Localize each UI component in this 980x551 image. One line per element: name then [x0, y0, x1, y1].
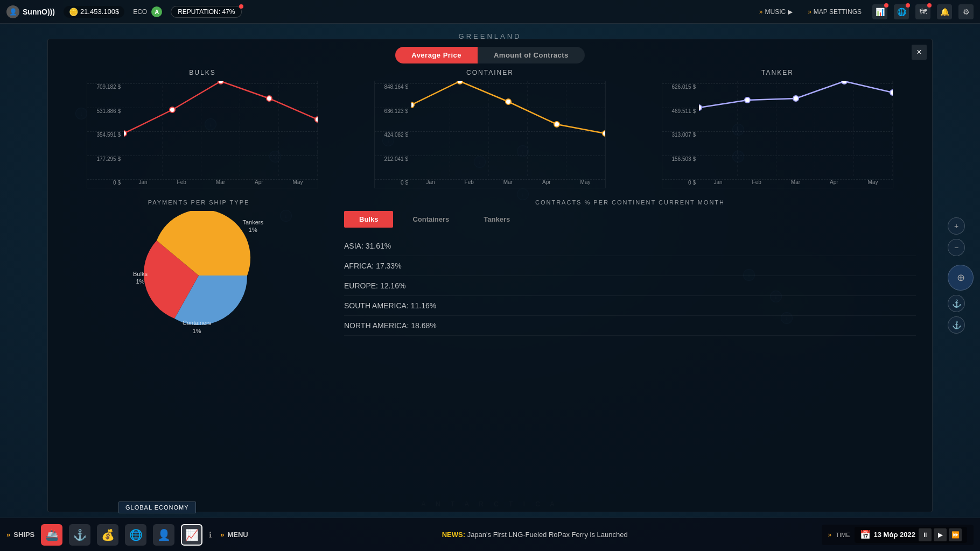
- menu-label: MENU: [227, 531, 248, 539]
- continent-list: ASIA: 31.61% AFRICA: 17.33% EUROPE: 12.1…: [344, 236, 916, 336]
- continent-africa: AFRICA: 17.33%: [344, 256, 916, 276]
- anchor-btn[interactable]: ⚓: [948, 295, 965, 312]
- containers-pie-label: Containers1%: [183, 319, 211, 335]
- news-text: Japan's First LNG-Fueled RoPax Ferry is …: [467, 531, 628, 539]
- modal-tabs: Average Price Amount of Contracts: [48, 39, 932, 63]
- tanker-x-feb: Feb: [752, 179, 761, 185]
- contracts-tab-containers[interactable]: Containers: [397, 211, 464, 228]
- bulks-x-may: May: [293, 179, 303, 185]
- svg-point-18: [793, 96, 799, 101]
- container-x-may: May: [580, 179, 591, 185]
- global-economy-tooltip: GLOBAL ECONOMY: [118, 501, 196, 513]
- container-chart-container: CONTAINER 848.164 $ 636.123 $ 424.082 $ …: [374, 69, 606, 188]
- bell-icon[interactable]: 🔔: [937, 4, 952, 19]
- bottom-row: PAYMENTS PER SHIP TYPE Tankers1% Bulks1%…: [48, 190, 932, 345]
- news-label: NEWS:: [442, 531, 465, 539]
- stats-notification: [884, 3, 888, 8]
- topbar-right-controls: » MUSIC ▶ » MAP SETTINGS 📊 🌐 🗺 🔔 ⚙: [755, 4, 974, 19]
- globe-symbol: 🌐: [897, 8, 906, 16]
- contracts-tab-bulks[interactable]: Bulks: [344, 211, 393, 228]
- tab-average-price[interactable]: Average Price: [395, 47, 478, 63]
- asia-label: ASIA:: [344, 242, 366, 250]
- bulks-x-apr: Apr: [255, 179, 263, 185]
- stats-icon[interactable]: 📊: [872, 4, 887, 19]
- reputation-notification: [239, 4, 243, 9]
- menu-button[interactable]: » MENU: [220, 531, 248, 539]
- continent-south-america: SOUTH AMERICA: 11.16%: [344, 296, 916, 316]
- globe-icon-btn[interactable]: 🌐: [125, 524, 146, 546]
- map-settings-btn[interactable]: » MAP SETTINGS: [803, 6, 866, 18]
- globe-icon[interactable]: 🌐: [894, 4, 909, 19]
- container-y0: 0 $: [375, 180, 411, 186]
- reputation-display: REPUTATION: 47%: [171, 6, 242, 18]
- music-btn[interactable]: » MUSIC ▶: [755, 6, 797, 18]
- tanker-chart-svg: [699, 81, 893, 176]
- south-america-value: 11.16%: [411, 301, 436, 310]
- ships-button[interactable]: » SHIPS: [6, 531, 34, 539]
- layers-icon[interactable]: 🗺: [915, 4, 930, 19]
- svg-point-11: [506, 99, 511, 104]
- bulks-x-jan: Jan: [138, 179, 147, 185]
- modal-close-button[interactable]: ×: [912, 45, 927, 60]
- news-bar: NEWS: Japan's First LNG-Fueled RoPax Fer…: [255, 531, 815, 539]
- bulks-x-labels: Jan Feb Mar Apr May: [124, 176, 318, 188]
- container-y1: 212.041 $: [375, 156, 411, 162]
- europe-value: 12.16%: [380, 281, 405, 290]
- north-america-value: 18.68%: [411, 321, 436, 330]
- tab-amount-contracts[interactable]: Amount of Contracts: [478, 47, 585, 63]
- anchor-icon-btn[interactable]: ⚓: [69, 524, 90, 546]
- tanker-x-mar: Mar: [791, 179, 800, 185]
- bulks-y1: 177.295 $: [87, 156, 124, 162]
- svg-point-16: [699, 105, 702, 110]
- contracts-section: CONTRACTS % PER CONTINENT CURRENT MONTH …: [344, 199, 916, 340]
- zoom-out-btn[interactable]: −: [948, 239, 965, 256]
- svg-point-9: [411, 102, 414, 108]
- contracts-tab-tankers[interactable]: Tankers: [468, 211, 525, 228]
- asia-value: 31.61%: [366, 242, 391, 250]
- ship-icon-btn[interactable]: 🚢: [41, 524, 62, 546]
- svg-point-19: [842, 81, 847, 84]
- container-x-labels: Jan Feb Mar Apr May: [411, 176, 605, 188]
- gear-symbol: ⚙: [963, 8, 970, 16]
- bulks-chart-svg: [124, 81, 318, 176]
- person-icon-btn[interactable]: 👤: [153, 524, 174, 546]
- svg-point-6: [315, 117, 318, 122]
- coin-icon: 🪙: [69, 8, 78, 16]
- map-arrows: »: [808, 8, 811, 16]
- container-x-feb: Feb: [465, 179, 474, 185]
- compass-btn[interactable]: ⊕: [948, 265, 974, 291]
- bulks-y2: 354.591 $: [87, 132, 124, 138]
- pause-btn[interactable]: ⏸: [919, 528, 932, 541]
- money-icon-btn[interactable]: 💰: [97, 524, 118, 546]
- svg-point-10: [457, 81, 463, 84]
- layers-symbol: 🗺: [919, 8, 927, 16]
- time-label: TIME: [836, 532, 850, 538]
- music-label: MUSIC: [765, 8, 786, 16]
- africa-value: 17.33%: [376, 262, 401, 270]
- tanker-chart-container: TANKER 626.015 $ 469.511 $ 313.007 $ 156…: [662, 69, 893, 188]
- anchor2-btn[interactable]: ⚓: [948, 316, 965, 334]
- economy-icon-btn[interactable]: 📈: [181, 524, 202, 546]
- eco-grade-badge: A: [151, 6, 162, 17]
- info-icon[interactable]: ℹ: [209, 531, 212, 539]
- pie-chart-container: Tankers1% Bulks1% Containers1%: [123, 211, 274, 340]
- zoom-in-btn[interactable]: +: [948, 217, 965, 235]
- topbar: 👤 SunnO))) 🪙 21.453.100$ ECO A REPUTATIO…: [0, 0, 980, 24]
- money-value: 21.453.100$: [80, 8, 119, 16]
- tanker-x-jan: Jan: [713, 179, 722, 185]
- ships-arrows: »: [6, 531, 10, 539]
- bulks-chart-container: BULKS 709.182 $ 531.886 $ 354.591 $ 177.…: [87, 69, 318, 188]
- svg-point-20: [890, 90, 893, 95]
- contracts-section-title: CONTRACTS % PER CONTINENT CURRENT MONTH: [344, 199, 916, 206]
- tanker-y1: 156.503 $: [662, 156, 699, 162]
- play-btn[interactable]: ▶: [934, 528, 947, 541]
- tanker-y3: 469.511 $: [662, 108, 699, 114]
- settings-icon[interactable]: ⚙: [958, 4, 974, 19]
- tanker-x-labels: Jan Feb Mar Apr May: [699, 176, 893, 188]
- fast-forward-btn[interactable]: ⏩: [949, 528, 962, 541]
- user-profile[interactable]: 👤 SunnO))): [6, 5, 55, 18]
- payments-section: PAYMENTS PER SHIP TYPE Tankers1% Bulks1%…: [64, 199, 333, 340]
- tankers-pie-label: Tankers1%: [242, 218, 263, 234]
- time-controls: ⏸ ▶ ⏩: [919, 528, 962, 541]
- svg-rect-1: [124, 81, 318, 176]
